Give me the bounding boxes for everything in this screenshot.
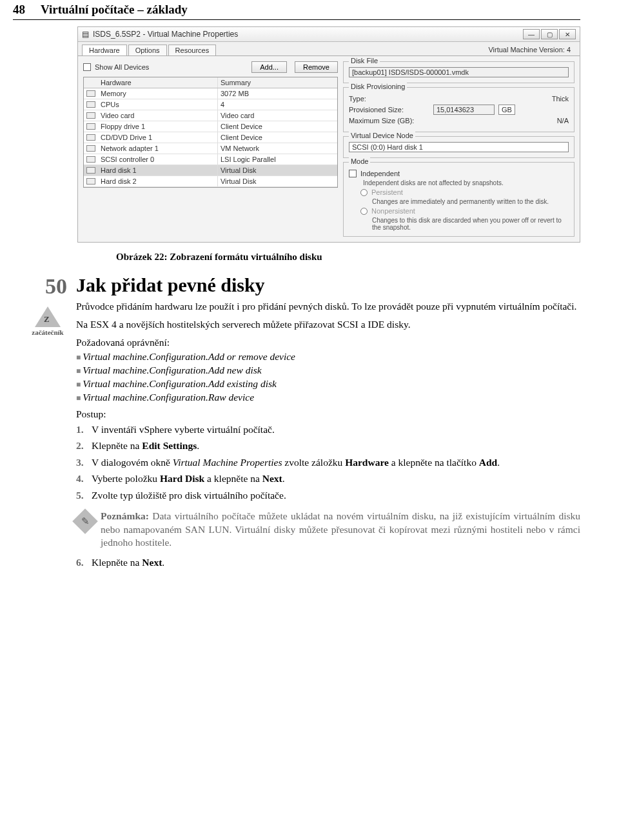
nic-icon (86, 145, 95, 152)
vm-version-label: Virtual Machine Version: 4 (488, 45, 576, 55)
table-row[interactable]: Hard disk 1Virtual Disk (84, 165, 337, 176)
disk-provisioning-group: Disk Provisioning Type: Thick Provisione… (343, 87, 575, 132)
nonpersistent-label: Nonpersistent (371, 207, 415, 215)
paragraph-1: Průvodce přidáním hardwaru lze použít i … (76, 300, 580, 313)
steps-list-cont: Klepněte na Next. (76, 556, 580, 569)
table-row[interactable]: Video cardVideo card (84, 110, 337, 121)
level-badge: začátečník (30, 306, 65, 336)
table-row[interactable]: CD/DVD Drive 1Client Device (84, 132, 337, 143)
prov-max-label: Maximum Size (GB): (349, 117, 429, 125)
table-row[interactable]: Hard disk 2Virtual Disk (84, 176, 337, 187)
prov-size-label: Provisioned Size: (349, 106, 429, 114)
nonpersistent-note: Changes to this disk are discarded when … (372, 217, 569, 231)
persistent-note: Changes are immediately and permanently … (372, 198, 569, 205)
close-button[interactable]: ✕ (559, 29, 576, 39)
step-3: V dialogovém okně Virtual Machine Proper… (76, 456, 580, 469)
virtual-device-node-group: Virtual Device Node SCSI (0:0) Hard disk… (343, 136, 575, 158)
vm-properties-dialog: ▤ ISDS_6.5SP2 - Virtual Machine Properti… (77, 26, 580, 243)
page-header-title: Virtuální počítače – základy (41, 3, 188, 17)
table-row[interactable]: SCSI controller 0LSI Logic Parallel (84, 154, 337, 165)
persistent-radio[interactable] (360, 189, 368, 196)
col-hardware: Hardware (98, 77, 218, 88)
memory-icon (86, 90, 95, 97)
level-label: začátečník (30, 328, 65, 336)
note-box: Poznámka: Data virtuálního počítače může… (76, 510, 580, 549)
table-row[interactable]: CPUs4 (84, 99, 337, 110)
persistent-label: Persistent (371, 188, 403, 196)
maximize-button[interactable]: ▢ (541, 29, 558, 39)
disk-icon (86, 167, 95, 174)
beginner-icon (35, 306, 61, 327)
permission-item: Virtual machine.Configuration.Add existi… (76, 378, 580, 390)
independent-checkbox[interactable] (349, 170, 357, 177)
document-body: Obrázek 22: Zobrazení formátu virtuálníh… (26, 252, 580, 575)
independent-label: Independent (360, 170, 400, 177)
step-2: Klepněte na Edit Settings. (76, 439, 580, 452)
mode-group: Mode Independent Independent disks are n… (343, 162, 575, 237)
hardware-table: Hardware Summary Memory3072 MB CPUs4 Vid… (83, 77, 338, 188)
titlebar: ▤ ISDS_6.5SP2 - Virtual Machine Properti… (78, 27, 580, 42)
disk-icon (86, 178, 95, 185)
prov-max-value: N/A (433, 117, 569, 125)
disk-prov-title: Disk Provisioning (349, 83, 407, 90)
node-title: Virtual Device Node (349, 132, 415, 139)
table-row[interactable]: Floppy drive 1Client Device (84, 121, 337, 132)
show-all-devices-checkbox[interactable] (83, 63, 91, 71)
procedure-label: Postup: (76, 408, 580, 420)
note-text: Poznámka: Data virtuálního počítače může… (101, 510, 580, 549)
step-4: Vyberte položku Hard Disk a klepněte na … (76, 472, 580, 485)
step-1: V inventáři vSphere vyberte virtuální po… (76, 423, 580, 436)
disk-file-title: Disk File (349, 57, 380, 65)
prov-type-label: Type: (349, 95, 429, 103)
tab-hardware[interactable]: Hardware (82, 45, 127, 55)
note-icon (72, 508, 98, 534)
tabs-row: Hardware Options Resources Virtual Machi… (78, 42, 580, 55)
node-select[interactable]: SCSI (0:0) Hard disk 1 (349, 142, 569, 152)
prov-size-unit[interactable]: GB (498, 105, 515, 115)
nonpersistent-radio[interactable] (360, 208, 368, 215)
tip-title: Jak přidat pevné disky (76, 274, 580, 296)
add-button[interactable]: Add... (251, 61, 287, 73)
mode-title: Mode (349, 157, 371, 165)
independent-note: Independent disks are not affected by sn… (363, 179, 569, 186)
permissions-list: Virtual machine.Configuration.Add or rem… (76, 351, 580, 403)
col-summary: Summary (218, 77, 337, 88)
permission-item: Virtual machine.Configuration.Raw device (76, 392, 580, 403)
permissions-label: Požadovaná oprávnění: (76, 337, 580, 348)
remove-button[interactable]: Remove (295, 61, 338, 73)
permission-item: Virtual machine.Configuration.Add or rem… (76, 351, 580, 363)
prov-size-value[interactable]: 15,0143623 (433, 105, 495, 115)
paragraph-2: Na ESX 4 a novějších hostitelských serve… (76, 318, 580, 331)
floppy-icon (86, 123, 95, 130)
cd-icon (86, 134, 95, 141)
step-5: Zvolte typ úložiště pro disk virtuálního… (76, 489, 580, 502)
page-number: 48 (13, 3, 25, 17)
prov-type-value: Thick (433, 95, 569, 103)
table-row[interactable]: Memory3072 MB (84, 88, 337, 99)
step-6: Klepněte na Next. (76, 556, 580, 569)
table-row[interactable]: Network adapter 1VM Network (84, 143, 337, 154)
permission-item: Virtual machine.Configuration.Add new di… (76, 365, 580, 376)
window-title: ISDS_6.5SP2 - Virtual Machine Properties (93, 30, 238, 39)
tab-options[interactable]: Options (128, 45, 167, 55)
steps-list: V inventáři vSphere vyberte virtuální po… (76, 423, 580, 502)
minimize-button[interactable]: — (523, 29, 540, 39)
disk-file-value: [backup01] ISDS/ISDS-000001.vmdk (349, 67, 569, 77)
disk-file-group: Disk File [backup01] ISDS/ISDS-000001.vm… (343, 61, 575, 83)
cpu-icon (86, 101, 95, 108)
app-icon: ▤ (82, 30, 89, 39)
video-icon (86, 112, 95, 119)
scsi-icon (86, 156, 95, 163)
show-all-devices-label: Show All Devices (95, 63, 149, 71)
figure-caption: Obrázek 22: Zobrazení formátu virtuálníh… (116, 252, 580, 263)
tip-number: 50 (28, 274, 67, 299)
tab-resources[interactable]: Resources (168, 45, 217, 55)
page-header: 48 Virtuální počítače – základy (13, 0, 580, 20)
